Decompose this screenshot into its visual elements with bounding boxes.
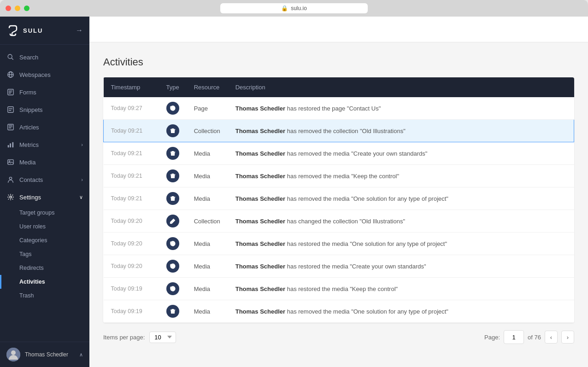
sidebar-item-trash[interactable]: Trash — [0, 289, 89, 303]
sidebar-item-tags[interactable]: Tags — [0, 247, 89, 261]
items-per-page-label: Items per page: — [103, 334, 145, 341]
sidebar-item-articles[interactable]: Articles — [0, 118, 89, 136]
sidebar-item-contacts[interactable]: Contacts › — [0, 171, 89, 188]
cell-resource: Media — [187, 187, 228, 210]
cell-description: Thomas Schedler has restored the media "… — [228, 233, 574, 255]
table-row[interactable]: Today 09:21 Collection Thomas Schedler h… — [104, 120, 574, 142]
sidebar-item-search[interactable]: Search — [0, 48, 89, 66]
window-chrome: 🔒 sulu.io — [0, 0, 588, 17]
type-icon-circle — [166, 282, 179, 295]
col-header-type: Type — [159, 77, 187, 97]
sidebar-item-categories[interactable]: Categories — [0, 233, 89, 247]
sidebar-item-activities[interactable]: Activities — [0, 275, 89, 289]
table-row[interactable]: Today 09:20 Collection Thomas Schedler h… — [104, 210, 574, 233]
cell-description: Thomas Schedler has removed the media "C… — [228, 142, 574, 165]
table-row[interactable]: Today 09:21 Media Thomas Schedler has re… — [104, 187, 574, 210]
gear-icon — [6, 193, 15, 201]
search-icon — [6, 53, 15, 61]
logo-icon — [6, 24, 19, 37]
sidebar-item-metrics[interactable]: Metrics › — [0, 136, 89, 153]
cell-description: Thomas Schedler has removed the media "O… — [228, 187, 574, 210]
cell-type-icon — [159, 278, 187, 300]
chevron-down-icon: ∨ — [79, 194, 83, 200]
page-input[interactable] — [504, 330, 524, 344]
sidebar-item-label: Snippets — [19, 106, 43, 113]
svg-rect-7 — [8, 145, 9, 147]
page-nav: Page: of 76 ‹ › — [484, 330, 574, 344]
items-per-page-select[interactable]: 10 25 50 100 — [149, 332, 176, 343]
svg-point-12 — [9, 177, 12, 180]
col-header-description: Description — [228, 77, 574, 97]
sidebar-user[interactable]: Thomas Schedler ∧ — [0, 342, 89, 367]
sidebar-item-settings[interactable]: Settings ∨ — [0, 188, 89, 206]
svg-rect-6 — [8, 124, 13, 130]
close-dot[interactable] — [6, 6, 11, 11]
table-row[interactable]: Today 09:19 Media Thomas Schedler has re… — [104, 300, 574, 323]
cell-resource: Media — [187, 278, 228, 300]
chevron-right-icon: › — [81, 142, 83, 147]
page-title: Activities — [103, 56, 574, 68]
sidebar-item-label: Contacts — [19, 176, 43, 183]
sidebar-item-media[interactable]: Media — [0, 153, 89, 171]
previous-page-button[interactable]: ‹ — [545, 331, 558, 344]
cell-type-icon — [159, 255, 187, 278]
sidebar-item-user-roles[interactable]: User roles — [0, 220, 89, 233]
user-name: Thomas Schedler — [25, 351, 75, 358]
col-header-timestamp: Timestamp — [104, 77, 159, 97]
sidebar-item-target-groups[interactable]: Target groups — [0, 206, 89, 220]
svg-rect-10 — [8, 160, 13, 165]
minimize-dot[interactable] — [15, 6, 20, 11]
table-row[interactable]: Today 09:19 Media Thomas Schedler has re… — [104, 278, 574, 300]
globe-icon — [6, 70, 15, 79]
svg-rect-8 — [10, 143, 11, 147]
type-icon-circle — [166, 102, 179, 115]
table-row[interactable]: Today 09:20 Media Thomas Schedler has re… — [104, 233, 574, 255]
maximize-dot[interactable] — [24, 6, 29, 11]
cell-timestamp: Today 09:21 — [104, 120, 159, 142]
sidebar-item-redirects[interactable]: Redirects — [0, 261, 89, 275]
sidebar-nav: Search Webspaces — [0, 45, 89, 342]
app-container: SULU → Search — [0, 17, 588, 367]
table-row[interactable]: Today 09:20 Media Thomas Schedler has re… — [104, 255, 574, 278]
cell-resource: Media — [187, 142, 228, 165]
cell-timestamp: Today 09:19 — [104, 278, 159, 300]
items-per-page: Items per page: 10 25 50 100 — [103, 332, 176, 343]
next-page-button[interactable]: › — [561, 331, 574, 344]
type-icon-circle — [166, 237, 179, 250]
address-text: sulu.io — [291, 5, 307, 12]
cell-type-icon — [159, 233, 187, 255]
forms-icon — [6, 88, 15, 96]
page-label: Page: — [484, 334, 500, 341]
table-row[interactable]: Today 09:21 Media Thomas Schedler has re… — [104, 165, 574, 187]
logo-text: SULU — [23, 27, 43, 34]
cell-resource: Media — [187, 165, 228, 187]
cell-timestamp: Today 09:27 — [104, 97, 159, 120]
sidebar-collapse-button[interactable]: → — [76, 26, 83, 35]
type-icon-circle — [166, 147, 179, 160]
cell-resource: Media — [187, 233, 228, 255]
sidebar-item-label: Articles — [19, 124, 39, 131]
cell-type-icon — [159, 187, 187, 210]
cell-timestamp: Today 09:19 — [104, 300, 159, 323]
cell-resource: Collection — [187, 120, 228, 142]
cell-description: Thomas Schedler has restored the page "C… — [228, 97, 574, 120]
sidebar-item-label: Forms — [19, 89, 36, 96]
avatar — [6, 348, 20, 361]
table-row[interactable]: Today 09:27 Page Thomas Schedler has res… — [104, 97, 574, 120]
chevron-right-icon: › — [81, 177, 83, 182]
svg-point-15 — [11, 350, 16, 355]
table-row[interactable]: Today 09:21 Media Thomas Schedler has re… — [104, 142, 574, 165]
type-icon-circle — [166, 215, 179, 227]
main-body: Activities Timestamp Type Resource Descr… — [89, 42, 588, 367]
sidebar-item-forms[interactable]: Forms — [0, 83, 89, 101]
svg-rect-5 — [8, 107, 13, 112]
sidebar-item-webspaces[interactable]: Webspaces — [0, 66, 89, 83]
cell-timestamp: Today 09:20 — [104, 255, 159, 278]
sidebar-logo: SULU — [6, 24, 43, 37]
snippets-icon — [6, 105, 15, 114]
sidebar-item-snippets[interactable]: Snippets — [0, 101, 89, 118]
cell-type-icon — [159, 300, 187, 323]
cell-description: Thomas Schedler has restored the media "… — [228, 278, 574, 300]
svg-point-13 — [10, 196, 12, 198]
cell-type-icon — [159, 97, 187, 120]
